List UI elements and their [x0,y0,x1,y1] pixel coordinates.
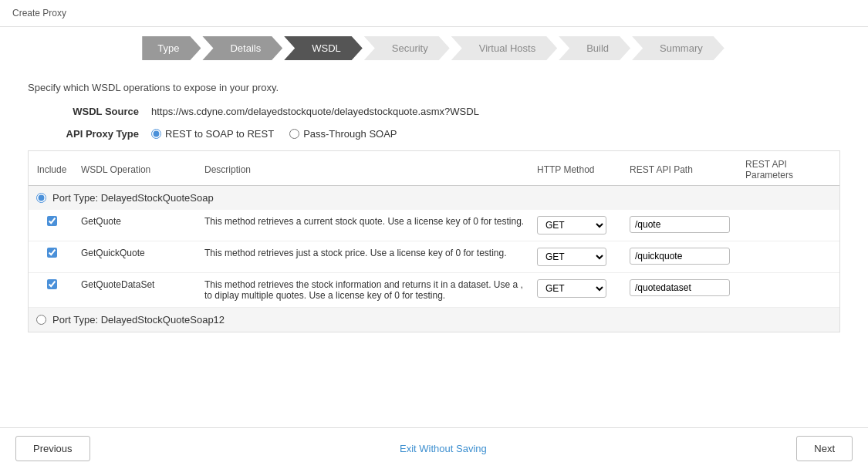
op2-rest-path[interactable] [623,241,739,273]
op1-path-input[interactable] [630,216,730,233]
op3-description: This method retrieves the stock informat… [198,273,531,308]
table-row: GetQuoteDataSet This method retrieves th… [29,273,839,308]
main-content: Specify which WSDL operations to expose … [0,69,868,345]
step-details[interactable]: Details [202,36,284,60]
bottom-bar: Previous Exit Without Saving Next [0,427,868,469]
col-description: Description [198,154,531,186]
next-button[interactable]: Next [796,436,853,461]
op1-params [739,210,839,241]
op3-http-method[interactable]: GET POST PUT DELETE [531,273,623,308]
port-type-1-text: Port Type: DelayedStockQuoteSoap [52,192,214,204]
table-row: GetQuickQuote This method retrieves just… [29,241,839,273]
radio-rest-option[interactable]: REST to SOAP to REST [151,128,274,140]
wsdl-source-row: WSDL Source https://ws.cdyne.com/delayed… [28,106,840,117]
step-wsdl-label: WSDL [284,36,363,60]
step-type-label: Type [142,36,201,60]
table-row: GetQuote This method retrieves a current… [29,210,839,241]
radio-rest-label: REST to SOAP to REST [165,128,274,140]
op1-checkbox[interactable] [47,216,57,226]
op2-http-method[interactable]: GET POST PUT DELETE [531,241,623,273]
op3-include[interactable] [29,273,75,308]
port-type-2-label[interactable]: Port Type: DelayedStockQuoteSoap12 [36,314,832,326]
op2-params [739,241,839,273]
exit-button[interactable]: Exit Without Saving [400,443,487,454]
operations-table: Include WSDL Operation Description HTTP … [29,154,839,332]
step-wsdl[interactable]: WSDL [284,36,364,60]
step-summary-label: Summary [632,36,724,60]
table-header-row: Include WSDL Operation Description HTTP … [29,154,839,186]
step-summary[interactable]: Summary [632,36,726,60]
api-proxy-type-row: API Proxy Type REST to SOAP to REST Pass… [28,128,840,140]
step-security[interactable]: Security [364,36,451,60]
op3-params [739,273,839,308]
step-build[interactable]: Build [559,36,632,60]
radio-soap-option[interactable]: Pass-Through SOAP [289,128,397,140]
radio-rest-input[interactable] [151,129,161,139]
col-rest-path: REST API Path [623,154,739,186]
op1-description: This method retrieves a current stock qu… [198,210,531,241]
col-http-method: HTTP Method [531,154,623,186]
step-virtual-hosts-label: Virtual Hosts [451,36,557,60]
port-type-row-1: Port Type: DelayedStockQuoteSoap [29,186,839,211]
previous-button[interactable]: Previous [15,436,90,461]
op1-rest-path[interactable] [623,210,739,241]
top-bar: Create Proxy [0,0,868,27]
op1-name: GetQuote [75,210,198,241]
port-type-cell-1: Port Type: DelayedStockQuoteSoap [29,186,839,211]
port-type-row-2: Port Type: DelayedStockQuoteSoap12 [29,308,839,332]
op2-checkbox[interactable] [47,248,57,258]
col-wsdl-op: WSDL Operation [75,154,198,186]
op3-path-input[interactable] [630,279,730,296]
operations-table-container: Include WSDL Operation Description HTTP … [28,150,840,332]
col-rest-params: REST API Parameters [739,154,839,186]
api-proxy-type-label: API Proxy Type [28,128,151,140]
table-body: Port Type: DelayedStockQuoteSoap GetQuot… [29,186,839,332]
page-title: Create Proxy [12,8,66,19]
op2-include[interactable] [29,241,75,273]
op2-description: This method retrieves just a stock price… [198,241,531,273]
radio-soap-input[interactable] [289,129,299,139]
port-type-cell-2: Port Type: DelayedStockQuoteSoap12 [29,308,839,332]
col-include: Include [29,154,75,186]
wsdl-source-value: https://ws.cdyne.com/delayedstockquote/d… [151,106,479,117]
step-build-label: Build [559,36,630,60]
port-type-2-radio[interactable] [36,315,46,325]
port-type-1-label[interactable]: Port Type: DelayedStockQuoteSoap [36,192,832,204]
op1-method-select[interactable]: GET POST PUT DELETE [537,216,606,235]
step-details-label: Details [202,36,282,60]
op3-method-select[interactable]: GET POST PUT DELETE [537,279,606,298]
op3-rest-path[interactable] [623,273,739,308]
op3-name: GetQuoteDataSet [75,273,198,308]
op2-path-input[interactable] [630,248,730,265]
radio-soap-label: Pass-Through SOAP [303,128,397,140]
step-security-label: Security [364,36,450,60]
op3-checkbox[interactable] [47,279,57,289]
port-type-1-radio[interactable] [36,193,46,203]
wsdl-source-label: WSDL Source [28,106,151,117]
op2-method-select[interactable]: GET POST PUT DELETE [537,248,606,266]
op1-include[interactable] [29,210,75,241]
step-type[interactable]: Type [142,36,202,60]
intro-text: Specify which WSDL operations to expose … [28,82,840,93]
wizard-steps: Type Details WSDL Security Virtual Hosts… [0,27,868,69]
op1-http-method[interactable]: GET POST PUT DELETE [531,210,623,241]
proxy-type-radio-group: REST to SOAP to REST Pass-Through SOAP [151,128,397,140]
step-virtual-hosts[interactable]: Virtual Hosts [451,36,559,60]
op2-name: GetQuickQuote [75,241,198,273]
port-type-2-text: Port Type: DelayedStockQuoteSoap12 [52,314,225,326]
